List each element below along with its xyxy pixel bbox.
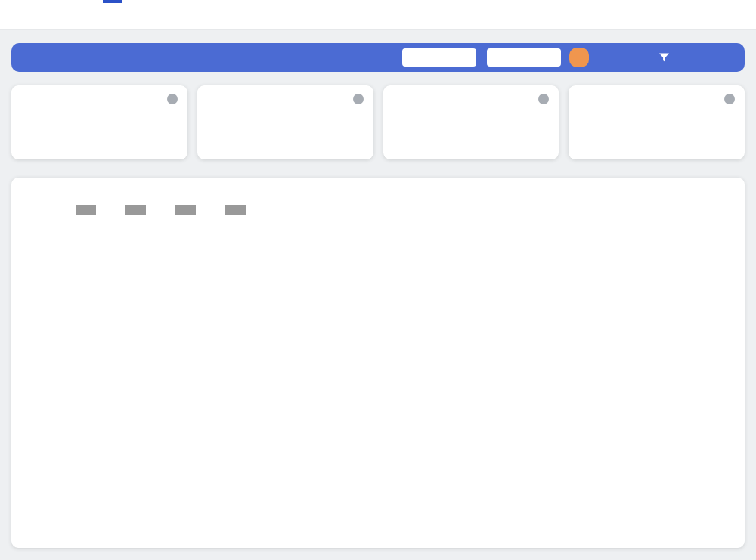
top-nav — [0, 0, 756, 30]
legend-item-lessons-completed[interactable] — [125, 205, 153, 215]
date-from-input[interactable] — [402, 48, 476, 67]
legend-item-courses-completed[interactable] — [175, 205, 203, 215]
stat-card-lessons-completed — [569, 85, 745, 159]
stat-card-registrations — [11, 85, 187, 159]
go-button[interactable] — [569, 48, 589, 67]
info-icon[interactable] — [724, 94, 735, 104]
info-icon[interactable] — [353, 94, 364, 104]
tab-enrollments[interactable] — [103, 0, 122, 29]
tab-courses[interactable] — [24, 0, 44, 29]
custom-date-range — [397, 48, 589, 67]
stats-row — [11, 85, 745, 159]
legend-swatch — [125, 205, 146, 215]
enrollments-bar-chart — [76, 224, 733, 527]
tab-students[interactable] — [5, 0, 24, 29]
info-icon[interactable] — [538, 94, 549, 104]
tab-quizzes[interactable] — [64, 0, 83, 29]
legend-swatch — [225, 205, 246, 215]
chart-legend — [76, 205, 745, 215]
date-to-input[interactable] — [487, 48, 561, 67]
toggle-filters-button[interactable] — [589, 53, 745, 63]
tab-sales[interactable] — [83, 0, 103, 29]
info-icon[interactable] — [167, 94, 178, 104]
legend-item-enrollments[interactable] — [225, 205, 253, 215]
filter-funnel-icon — [659, 53, 669, 63]
legend-swatch — [175, 205, 196, 215]
filter-bar — [11, 43, 745, 72]
legend-item-registrations[interactable] — [76, 205, 103, 215]
stat-card-enrollments — [197, 85, 373, 159]
tab-memberships[interactable] — [44, 0, 64, 29]
chart-card — [11, 178, 745, 548]
legend-swatch — [76, 205, 96, 215]
stat-card-courses-completed — [383, 85, 559, 159]
